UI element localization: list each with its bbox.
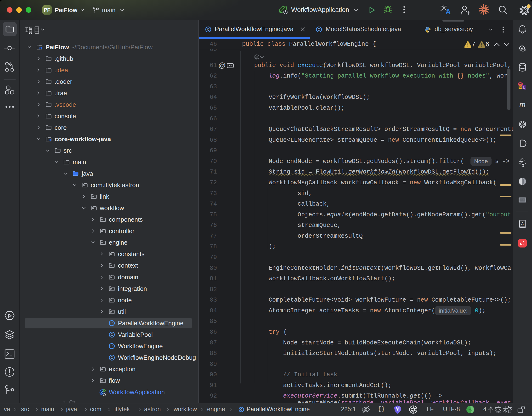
- svg-text:C: C: [318, 27, 320, 31]
- svg-text:C: C: [240, 408, 243, 411]
- svg-text:A: A: [446, 8, 451, 15]
- svg-text:m: m: [519, 100, 525, 109]
- svg-text:M: M: [519, 85, 522, 89]
- svg-text:L: L: [523, 85, 525, 89]
- svg-text:C: C: [207, 27, 210, 31]
- svg-text:A: A: [521, 222, 524, 226]
